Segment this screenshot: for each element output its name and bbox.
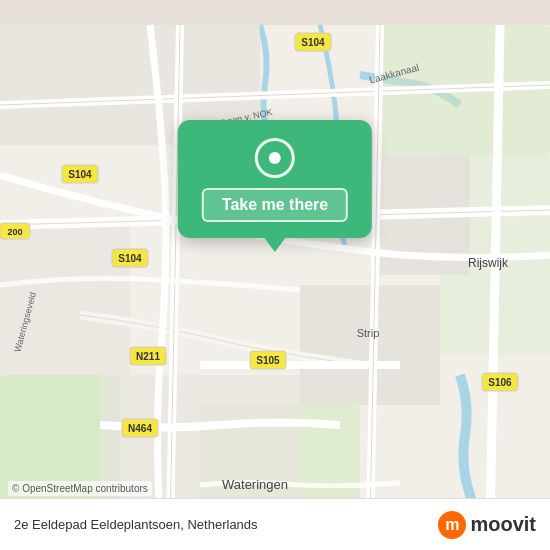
moovit-brand-text: moovit [470, 513, 536, 536]
map-container: S104 S104 S104 200 S105 S106 N211 N464 R… [0, 0, 550, 550]
svg-text:S104: S104 [301, 37, 325, 48]
svg-text:S104: S104 [68, 169, 92, 180]
map-background: S104 S104 S104 200 S105 S106 N211 N464 R… [0, 0, 550, 550]
moovit-logo: m moovit [438, 511, 536, 539]
svg-text:S106: S106 [488, 377, 512, 388]
svg-text:S105: S105 [256, 355, 280, 366]
bottom-bar: 2e Eeldepad Eeldeplantsoen, Netherlands … [0, 498, 550, 550]
copyright-notice: © OpenStreetMap contributors [8, 481, 152, 496]
popup-card: Take me there [178, 120, 372, 238]
pin-inner-dot [269, 152, 281, 164]
svg-text:N464: N464 [128, 423, 152, 434]
svg-text:N211: N211 [136, 351, 160, 362]
svg-text:200: 200 [7, 227, 22, 237]
pin-icon [255, 138, 295, 178]
bottom-bar-location: 2e Eeldepad Eeldeplantsoen, Netherlands [14, 517, 258, 532]
svg-text:Wateringen: Wateringen [222, 477, 288, 492]
svg-text:S104: S104 [118, 253, 142, 264]
take-me-there-button[interactable]: Take me there [202, 188, 348, 222]
moovit-dot-icon: m [438, 511, 466, 539]
copyright-text: © OpenStreetMap contributors [12, 483, 148, 494]
svg-text:Rijswijk: Rijswijk [468, 256, 509, 270]
svg-text:Strip: Strip [357, 327, 380, 339]
location-text: 2e Eeldepad Eeldeplantsoen, Netherlands [14, 517, 258, 532]
